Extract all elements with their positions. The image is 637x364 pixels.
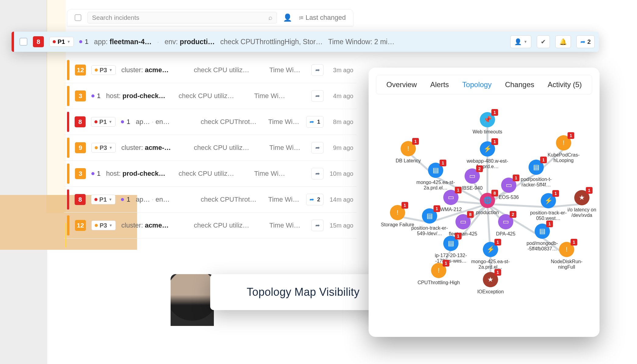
node-fleetman[interactable]: ▭8fleetman-425 bbox=[440, 214, 486, 237]
check-summary: check CPU utiliz… bbox=[194, 66, 264, 74]
node-icon: !1 bbox=[431, 263, 446, 278]
node-ip172[interactable]: ▤1ip-172-20-132--178.us-wes… bbox=[428, 236, 474, 264]
select-all-checkbox[interactable] bbox=[75, 14, 81, 21]
tab-alerts[interactable]: Alerts bbox=[430, 80, 449, 89]
dot-icon bbox=[95, 146, 98, 149]
incident-row[interactable]: 9 P3▼ cluster: acme-… check CPU utiliz… … bbox=[64, 135, 356, 161]
timestamp: 14m ago bbox=[328, 196, 353, 203]
node-icon: ▤1 bbox=[428, 163, 443, 178]
sort-button[interactable]: ↕≡ Last changed bbox=[298, 14, 346, 22]
severity-bar bbox=[67, 164, 69, 184]
tab-changes[interactable]: Changes bbox=[505, 80, 534, 89]
timestamp: 4m ago bbox=[328, 93, 353, 100]
row-checkbox[interactable] bbox=[19, 38, 27, 46]
node-ioexc[interactable]: ★1IOException bbox=[468, 272, 513, 295]
node-badge: 2 bbox=[476, 165, 483, 172]
node-badge: 1 bbox=[455, 233, 462, 239]
node-cputhrot[interactable]: !1CPUThrottling-High bbox=[416, 263, 462, 285]
chevron-down-icon: ▼ bbox=[109, 223, 112, 228]
dot-icon bbox=[79, 40, 82, 43]
check-summary: check CPUThrottlingHigh, Stor… bbox=[220, 38, 323, 46]
node-icon: !1 bbox=[390, 205, 405, 220]
share-button[interactable]: ➦ bbox=[311, 220, 324, 231]
priority-chip[interactable]: P3▼ bbox=[91, 65, 116, 75]
node-nodedisk[interactable]: !1NodeDiskRun-ningFull bbox=[544, 242, 589, 270]
share-button[interactable]: ➦1 bbox=[306, 116, 324, 128]
tab-overview[interactable]: Overview bbox=[386, 80, 417, 89]
priority-chip[interactable]: P1▼ bbox=[91, 117, 115, 127]
check-summary: check CPU utiliz… bbox=[194, 144, 264, 152]
separator: · bbox=[157, 38, 159, 46]
share-button[interactable]: ➦2 bbox=[306, 194, 324, 205]
priority-chip[interactable]: P3▼ bbox=[91, 143, 116, 153]
incident-row[interactable]: 12 P3▼ cluster: acme… check CPU utiliz… … bbox=[64, 57, 356, 83]
incident-row[interactable]: 3 1 host: prod-check… check CPU utiliz… … bbox=[64, 161, 356, 187]
node-badge: 1 bbox=[540, 157, 547, 163]
check-summary: check CPUThrot… bbox=[201, 118, 263, 126]
search-placeholder: Search incidents bbox=[92, 14, 139, 21]
related-count: 1 bbox=[91, 92, 101, 100]
node-badge: 8 bbox=[467, 211, 474, 218]
node-icon: 📌1 bbox=[480, 112, 495, 127]
check-summary: check CPU utiliz… bbox=[179, 92, 249, 100]
alert-count-badge: 3 bbox=[75, 90, 86, 101]
node-webapp[interactable]: ⚡1webapp-480.w-est-1c.prd.e… bbox=[465, 141, 510, 169]
node-iolat[interactable]: ★1i/o latency on /dev/xvda bbox=[559, 190, 600, 218]
acknowledge-button[interactable]: ✔ bbox=[537, 35, 550, 48]
time-window: Time Wi… bbox=[254, 92, 291, 100]
node-icon: ▭8 bbox=[455, 214, 471, 229]
node-icon: ▭1 bbox=[501, 178, 516, 193]
node-label: webapp-480.w-est-1c.prd.e… bbox=[465, 158, 510, 169]
related-count: 1 bbox=[121, 118, 130, 126]
incident-row[interactable]: 12 P3▼ cluster: acme… check CPU utiliz… … bbox=[64, 213, 356, 239]
assign-button[interactable]: 👤▼ bbox=[510, 35, 531, 48]
node-label: NodeDiskRun-ningFull bbox=[544, 259, 589, 270]
node-mongo2[interactable]: ⚡1mongo-425.ea-st-2a.prd.el… bbox=[468, 242, 513, 270]
node-badge: 1 bbox=[455, 187, 462, 193]
share-button[interactable]: ➦ bbox=[311, 168, 324, 179]
chevron-down-icon: ▼ bbox=[109, 197, 112, 202]
topology-graph[interactable]: 📌1Web timeouts!1DB Latency⚡1webapp-480.w… bbox=[369, 94, 600, 333]
search-input[interactable]: Search incidents ⌕ bbox=[87, 12, 277, 23]
share-icon: ➦ bbox=[315, 144, 320, 151]
topology-tabs: OverviewAlertsTopologyChangesActivity (5… bbox=[376, 75, 592, 94]
tab-topology[interactable]: Topology bbox=[462, 80, 492, 89]
search-bar: Search incidents ⌕ 👤 ↕≡ Last changed bbox=[67, 9, 353, 26]
incident-row[interactable]: 3 1 host: prod-check… check CPU utiliz… … bbox=[64, 83, 356, 109]
tab-activity-[interactable]: Activity (5) bbox=[548, 80, 582, 89]
severity-bar bbox=[67, 86, 69, 106]
severity-bar bbox=[67, 112, 69, 132]
share-icon: ➦ bbox=[310, 118, 314, 125]
node-db-latency[interactable]: !1DB Latency bbox=[385, 141, 431, 164]
user-filter-icon[interactable]: 👤 bbox=[283, 13, 292, 22]
node-web-timeouts[interactable]: 📌1Web timeouts bbox=[465, 112, 510, 135]
timeline-marker bbox=[65, 223, 66, 247]
dot-icon bbox=[94, 120, 97, 123]
target-tag: cluster: acme-… bbox=[121, 144, 188, 152]
alert-count-badge: 12 bbox=[75, 65, 86, 76]
node-badge: 1 bbox=[552, 190, 559, 197]
alert-count-badge: 8 bbox=[33, 36, 44, 47]
selected-incident-row[interactable]: 8 P1▼ 1 app: fleetman-4… · env: producti… bbox=[12, 32, 599, 52]
target-tag: cluster: acme… bbox=[121, 66, 188, 74]
timestamp: 3m ago bbox=[328, 67, 353, 74]
share-button[interactable]: ➦ bbox=[311, 142, 324, 154]
time-window: Time Wi… bbox=[269, 221, 306, 229]
time-window: Time Wi… bbox=[254, 170, 291, 178]
node-kubepod[interactable]: !1KubePodCras-hLooping bbox=[541, 135, 586, 163]
share-button[interactable]: ➦ bbox=[311, 90, 324, 102]
incident-row[interactable]: 8 P1▼1 ap… · en… check CPUThrot… Time Wi… bbox=[64, 187, 356, 213]
user-add-icon: 👤 bbox=[514, 38, 522, 45]
share-icon: ➦ bbox=[315, 67, 320, 73]
share-button[interactable]: ➦2 bbox=[576, 35, 595, 48]
priority-chip[interactable]: P3▼ bbox=[91, 221, 116, 230]
related-count: 1 bbox=[121, 196, 130, 203]
incident-row[interactable]: 8 P1▼1 ap… · en… check CPUThrot… Time Wi… bbox=[64, 109, 356, 135]
priority-chip[interactable]: P1▼ bbox=[49, 37, 74, 47]
share-button[interactable]: ➦ bbox=[311, 64, 324, 76]
notifications-button[interactable]: 🔔 bbox=[555, 35, 571, 48]
severity-bar bbox=[67, 138, 69, 158]
node-label: i/o latency on /dev/xvda bbox=[559, 207, 600, 218]
avatar bbox=[171, 274, 214, 326]
priority-chip[interactable]: P1▼ bbox=[91, 195, 115, 204]
